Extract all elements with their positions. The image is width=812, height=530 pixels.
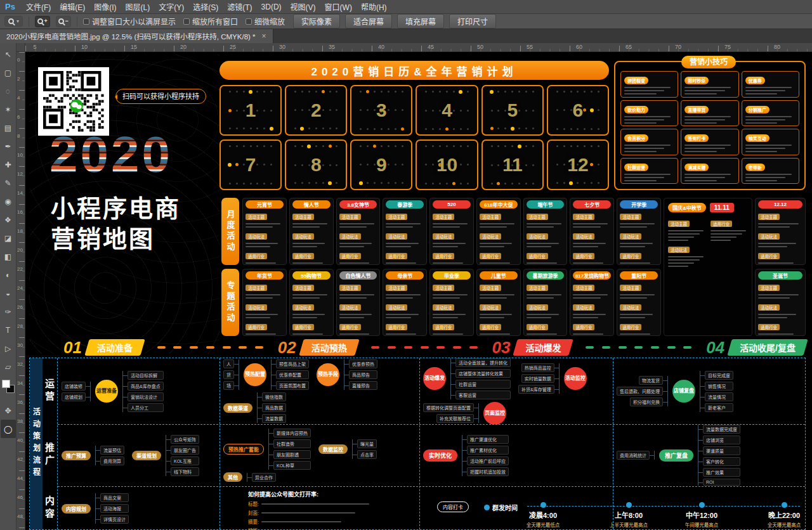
menu-item[interactable]: 3D(D): [257, 3, 286, 11]
stage-header-row: 01活动准备02活动预热03活动爆发04活动收尾/复盘: [63, 339, 806, 356]
ruler-number: 2: [17, 76, 20, 82]
checkbox-box[interactable]: [183, 18, 190, 25]
canvas[interactable]: 扫码可以获得小程序扶持 2020 小程序电商 营销地图 2020营销日历&全年营…: [25, 52, 812, 530]
menu-item[interactable]: 图像(I): [89, 1, 121, 12]
checkbox-box[interactable]: [246, 18, 252, 25]
options-button[interactable]: 适合屏幕: [345, 14, 392, 29]
activity-card-儿童节: 儿童节活动主题活动玩法适用行业: [476, 269, 521, 336]
zoom-in-button[interactable]: +: [35, 16, 50, 27]
checkbox-box[interactable]: [83, 18, 89, 25]
tip-item: 优惠券: [742, 71, 799, 98]
shape-tool[interactable]: ▱: [1, 358, 16, 376]
history-brush-tool[interactable]: ❖: [1, 210, 16, 229]
activity-card-重阳节: 重阳节活动主题活动玩法适用行业: [617, 269, 661, 336]
timeline-time: 中午12:00: [671, 510, 732, 520]
flow-cell: 店铺装修店铺规划运营准备活动目标拆解商品&库存盘点营销玩法设计人员分工: [58, 358, 219, 424]
photoshop-logo: Ps: [0, 2, 22, 11]
tip-tag: 社群运营: [624, 164, 648, 171]
dodge-tool[interactable]: ◒: [1, 284, 16, 302]
stage-03: 03活动爆发: [492, 339, 571, 356]
options-button[interactable]: 填充屏幕: [397, 14, 444, 29]
menu-item[interactable]: 窗口(W): [320, 1, 357, 12]
tip-tag: 满减买赠: [684, 164, 709, 171]
mindmap-实时优化: 实时优化推广渠道优化推广素材优化活动推广前后呼应把握时机追加投放: [423, 435, 509, 476]
field-tag: 活动玩法: [527, 233, 548, 240]
field-tag: 适用行业: [758, 324, 780, 330]
option-checkbox[interactable]: 细微缩放: [246, 16, 285, 27]
crop-tool[interactable]: ▤: [1, 119, 16, 137]
activity-card-端午节: 端午节活动主题活动玩法适用行业: [523, 198, 568, 265]
lasso-tool[interactable]: ◌: [1, 82, 16, 100]
ruler-number: 50: [477, 44, 483, 50]
options-button[interactable]: 打印尺寸: [449, 14, 496, 29]
card-title: 开学季: [620, 200, 658, 209]
tip-tag: 老带新: [745, 164, 765, 171]
field-tag: 适用行业: [433, 253, 454, 259]
menu-bar: Ps 文件(F)编辑(E)图像(I)图层(L)文字(Y)选择(S)滤镜(T)3D…: [0, 0, 812, 14]
zoom-tool[interactable]: ◯: [1, 420, 16, 438]
zoom-out-button[interactable]: −: [56, 16, 71, 27]
menu-item[interactable]: 选择(S): [188, 1, 223, 12]
qr-caption: 扫码可以获得小程序扶持: [115, 89, 206, 104]
ruler-number: 15: [131, 44, 137, 50]
calendar-month-6: 6: [547, 85, 609, 136]
option-checkbox[interactable]: 调整窗口大小以满屏显示: [83, 16, 176, 27]
ruler-number: 65: [625, 44, 632, 50]
menu-item[interactable]: 文件(F): [22, 1, 55, 12]
vertical-ruler: 0246810121416182022242628303234363840424…: [16, 52, 25, 530]
menu-item[interactable]: 图层(L): [121, 1, 155, 12]
field-tag: 活动玩法: [386, 304, 407, 311]
document-tab[interactable]: 2020小程序电商营销地图.jpg @ 12.5% (扫码可以获得小程序扶持, …: [0, 29, 273, 43]
special-cards-row: 年货节活动主题活动玩法适用行业55购物节活动主题活动玩法适用行业白色情人节活动主…: [242, 269, 661, 336]
menu-item[interactable]: 滤镜(T): [223, 1, 256, 12]
ruler-number: 44: [17, 475, 23, 481]
zoom-out-icon: [58, 18, 64, 24]
menu-item[interactable]: 文字(Y): [154, 1, 188, 12]
special-activities-tab: 专题活动: [221, 269, 239, 336]
ruler-number: 34: [17, 380, 23, 386]
type-tool[interactable]: T: [1, 321, 16, 339]
gradient-tool[interactable]: ◧: [1, 247, 16, 266]
menu-item[interactable]: 帮助(H): [357, 1, 391, 12]
options-button[interactable]: 实际像素: [293, 14, 340, 29]
hand-tool[interactable]: ✥: [1, 401, 16, 420]
field-tag: 活动主题: [339, 214, 361, 220]
calendar-month-5: 5: [481, 85, 544, 136]
blur-tool[interactable]: ◐: [1, 266, 16, 284]
foreground-color-swatch[interactable]: [2, 380, 10, 388]
brush-tool[interactable]: ✎: [1, 174, 16, 192]
field-tag: 适用行业: [710, 221, 732, 227]
eyedropper-tool[interactable]: ✒: [1, 137, 16, 155]
month-number: 7: [221, 141, 280, 189]
stage-ribbon: 活动收尾/复盘: [730, 339, 806, 356]
ruler-number: 70: [675, 44, 681, 50]
clone-stamp-tool[interactable]: ◉: [1, 192, 16, 210]
tip-item: 限时秒杀: [681, 71, 738, 98]
options-bar: ▾ + − 调整窗口大小以满屏显示缩放所有窗口细微缩放 实际像素适合屏幕填充屏幕…: [0, 14, 812, 29]
color-swatches[interactable]: [1, 379, 15, 398]
magic-wand-tool[interactable]: ✶: [1, 100, 16, 119]
marquee-tool[interactable]: ▢: [1, 63, 16, 82]
menu-item[interactable]: 视图(V): [286, 1, 320, 12]
activity-card-春游季: 春游季活动主题活动玩法适用行业: [383, 198, 427, 265]
tab-close-button[interactable]: ×: [262, 32, 266, 41]
calendar-month-3: 3: [350, 85, 412, 136]
ruler-number: 18: [17, 228, 23, 234]
eraser-tool[interactable]: ◪: [1, 229, 16, 247]
option-checkbox[interactable]: 缩放所有窗口: [183, 16, 238, 27]
menu-item[interactable]: 编辑(E): [55, 1, 89, 12]
pen-tool[interactable]: ✑: [1, 302, 16, 321]
field-tag: 活动主题: [246, 214, 267, 220]
ruler-number: 75: [724, 44, 731, 50]
flow-cell: 物流发货售后退款、问题处理积分福利兑换店铺复盘目标完成度销售情况流量情况新老客户: [613, 358, 806, 424]
path-select-tool[interactable]: ▷: [1, 339, 16, 358]
field-tag: 适用行业: [433, 324, 454, 330]
timeline-note: 全天曝光最低点: [513, 521, 573, 528]
field-tag: 活动主题: [433, 214, 454, 220]
zoom-tool-preset[interactable]: ▾: [4, 16, 23, 27]
field-tag: 活动玩法: [292, 304, 314, 311]
field-tag: 适用行业: [573, 253, 594, 259]
move-tool[interactable]: ↖: [1, 45, 16, 63]
healing-brush-tool[interactable]: ✚: [1, 155, 16, 174]
activity-card-毕业季: 毕业季活动主题活动玩法适用行业: [429, 269, 474, 336]
